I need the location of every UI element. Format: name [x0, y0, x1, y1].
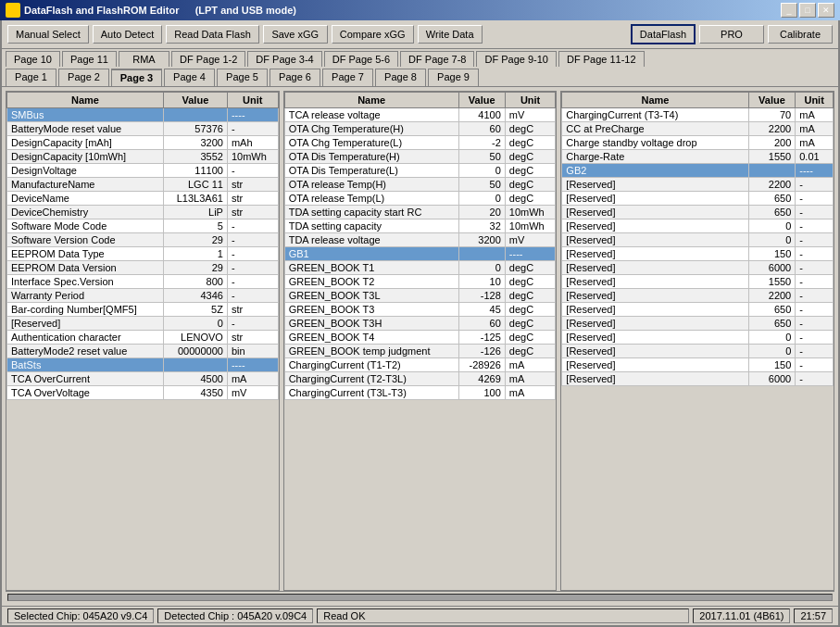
tab-page3[interactable]: Page 3 [111, 69, 162, 86]
table-row: Warranty Period4346- [7, 289, 279, 303]
tab-df-page78[interactable]: DF Page 7-8 [400, 51, 474, 67]
cell-value: 4269 [458, 372, 505, 386]
cell-unit: - [796, 303, 834, 317]
cell-name: SMBus [7, 108, 164, 122]
cell-name: TDA setting capacity [284, 219, 458, 233]
tab-page10[interactable]: Page 10 [6, 51, 60, 67]
table-row: GREEN_BOOK T3L-128degC [284, 289, 556, 303]
table-row: GB1---- [284, 247, 556, 261]
tab-page9[interactable]: Page 9 [428, 69, 479, 86]
cell-unit: 0.01 [796, 150, 834, 164]
cell-unit: mA [505, 386, 556, 400]
cell-name: TDA release voltage [284, 233, 458, 247]
manual-select-button[interactable]: Manual Select [7, 25, 89, 44]
tab-page5[interactable]: Page 5 [217, 69, 268, 86]
cell-value: -125 [458, 331, 505, 345]
tab-page11[interactable]: Page 11 [62, 51, 117, 67]
cell-value: 1550 [748, 150, 796, 164]
cell-name: OTA release Temp(L) [284, 192, 458, 206]
cell-name: BatteryMode2 reset value [7, 345, 164, 358]
cell-value: 00000000 [163, 345, 227, 358]
table-row: DesignVoltage11100- [7, 164, 279, 178]
horizontal-scrollbar[interactable] [6, 591, 834, 602]
calibrate-button[interactable]: Calibrate [768, 25, 833, 44]
cell-value [748, 164, 796, 178]
tab-page8[interactable]: Page 8 [375, 69, 426, 86]
cell-name: [Reserved] [562, 192, 748, 206]
write-data-button[interactable]: Write Data [418, 25, 483, 44]
panel1-col-value: Value [163, 93, 227, 108]
dataflash-button[interactable]: DataFlash [631, 24, 696, 44]
panel3-col-unit: Unit [796, 93, 834, 108]
cell-value: 150 [748, 247, 796, 261]
cell-unit: degC [505, 192, 556, 206]
table-row: GREEN_BOOK temp judgment-126degC [284, 345, 556, 358]
cell-value: 0 [458, 192, 505, 206]
cell-value: 60 [458, 122, 505, 136]
table-row: OTA release Temp(L)0degC [284, 192, 556, 206]
table-row: TCA OverCurrent4500mA [7, 372, 279, 386]
table-row: GREEN_BOOK T10degC [284, 261, 556, 275]
panel-3: Name Value Unit ChargingCurrent (T3-T4)7… [560, 91, 834, 591]
table-row: [Reserved]0- [7, 317, 279, 331]
tab-df-page56[interactable]: DF Page 5-6 [324, 51, 398, 67]
cell-value: -128 [458, 289, 505, 303]
cell-value: 45 [458, 303, 505, 317]
tab-df-page12[interactable]: DF Page 1-2 [171, 51, 245, 67]
cell-value: 20 [458, 206, 505, 219]
cell-value: 2200 [748, 178, 796, 192]
cell-unit: ---- [227, 358, 278, 372]
cell-value: 2200 [748, 122, 796, 136]
cell-value: 50 [458, 178, 505, 192]
save-xgg-button[interactable]: Save xGG [263, 25, 328, 44]
table-row: [Reserved]150- [562, 247, 834, 261]
cell-name: TCA OverVoltage [7, 386, 164, 400]
pro-button[interactable]: PRO [699, 25, 764, 44]
tab-page2[interactable]: Page 2 [58, 69, 109, 86]
scrollbar-track[interactable] [7, 594, 833, 601]
date-status: 2017.11.01 (4B61) [693, 608, 790, 623]
tab-page4[interactable]: Page 4 [164, 69, 215, 86]
cell-name: Charge standby voltage drop [562, 136, 748, 150]
cell-value: 11100 [163, 164, 227, 178]
table-row: Charge-Rate15500.01 [562, 150, 834, 164]
tab-df-page1112[interactable]: DF Page 11-12 [558, 51, 645, 67]
table-row: OTA Dis Temperature(L)0degC [284, 164, 556, 178]
table-row: ChargingCurrent (T2-T3L)4269mA [284, 372, 556, 386]
cell-unit: degC [505, 164, 556, 178]
tab-rma[interactable]: RMA [119, 51, 169, 67]
cell-value: 32 [458, 219, 505, 233]
tab-page7[interactable]: Page 7 [322, 69, 373, 86]
table-row: ChargingCurrent (T3-T4)70mA [562, 108, 834, 122]
content-area: Name Value Unit SMBus----BatteryMode res… [2, 87, 838, 606]
cell-value: 650 [748, 206, 796, 219]
cell-name: ChargingCurrent (T1-T2) [284, 358, 458, 372]
cell-unit: str [227, 303, 278, 317]
cell-name: CC at PreCharge [562, 122, 748, 136]
table-row: [Reserved]2200- [562, 289, 834, 303]
read-data-flash-button[interactable]: Read Data Flash [166, 25, 259, 44]
compare-xgg-button[interactable]: Compare xGG [332, 25, 414, 44]
cell-value: 0 [748, 331, 796, 345]
cell-name: EEPROM Data Version [7, 261, 164, 275]
tab-df-page910[interactable]: DF Page 9-10 [476, 51, 556, 67]
minimize-button[interactable]: _ [781, 3, 797, 18]
cell-unit: - [227, 261, 278, 275]
tab-df-page34[interactable]: DF Page 3-4 [247, 51, 321, 67]
cell-name: Warranty Period [7, 289, 164, 303]
cell-unit: mV [505, 233, 556, 247]
close-button[interactable]: ✕ [818, 3, 834, 18]
tab-page1[interactable]: Page 1 [6, 69, 56, 86]
cell-unit: bin [227, 345, 278, 358]
cell-unit: degC [505, 178, 556, 192]
table-row: DeviceChemistryLiPstr [7, 206, 279, 219]
cell-value: -28926 [458, 358, 505, 372]
tab-page6[interactable]: Page 6 [270, 69, 320, 86]
cell-unit: str [227, 192, 278, 206]
table-row: EEPROM Data Version29- [7, 261, 279, 275]
table-row: CC at PreCharge2200mA [562, 122, 834, 136]
cell-unit: degC [505, 275, 556, 289]
maximize-button[interactable]: □ [799, 3, 816, 18]
auto-detect-button[interactable]: Auto Detect [93, 25, 162, 44]
cell-name: TCA OverCurrent [7, 372, 164, 386]
